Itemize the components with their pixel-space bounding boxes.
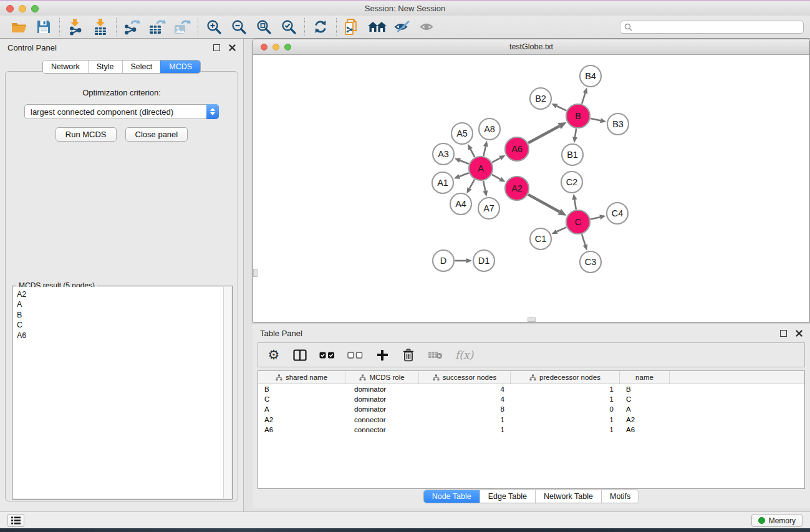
splitter-grip[interactable] — [528, 317, 536, 322]
import-network-button[interactable] — [63, 17, 88, 37]
graph-edge[interactable] — [492, 158, 500, 162]
home-icon — [367, 19, 387, 34]
mcds-result-item[interactable]: C — [17, 320, 231, 330]
graph-edge[interactable] — [483, 147, 485, 156]
zoom-out-button[interactable] — [226, 17, 251, 37]
graph-edge[interactable] — [470, 180, 475, 188]
save-session-button[interactable] — [31, 17, 56, 37]
mcds-result-item[interactable]: A6 — [17, 331, 231, 341]
eye-slash-icon — [393, 19, 411, 34]
checked-boxes-icon — [319, 352, 335, 359]
graph-edge[interactable] — [582, 93, 585, 104]
column-header[interactable]: shared name — [258, 371, 345, 384]
graph-node-label: B3 — [612, 119, 624, 129]
graph-edge[interactable] — [557, 227, 566, 231]
mcds-result-item[interactable]: A — [17, 299, 231, 309]
search-field[interactable] — [620, 21, 804, 34]
tab-mcds[interactable]: MCDS — [160, 60, 200, 73]
graph-edge[interactable] — [528, 126, 559, 143]
tab-style[interactable]: Style — [88, 60, 122, 73]
mcds-result-item[interactable]: B — [17, 310, 231, 320]
mcds-result-item[interactable]: A2 — [17, 289, 231, 299]
splitter-grip[interactable] — [253, 269, 258, 277]
network-view-window: testGlobe.txt B4B2BB3A5A8A6B1A3AA1C2A2A4… — [253, 39, 810, 322]
graph-edge[interactable] — [470, 149, 475, 157]
split-view-button[interactable] — [293, 347, 307, 363]
scrollbar-track[interactable] — [223, 287, 231, 498]
search-input[interactable] — [635, 22, 799, 31]
graph-edge-arrowhead — [454, 174, 460, 178]
column-header[interactable]: successor nodes — [419, 371, 511, 384]
tab-network[interactable]: Network — [43, 60, 88, 73]
tab-node-table[interactable]: Node Table — [424, 490, 480, 503]
mcds-tab-panel: Optimization criterion: largest connecte… — [5, 71, 238, 501]
show-panels-button[interactable] — [7, 514, 24, 527]
table-row[interactable]: Adominator80A — [258, 404, 804, 414]
select-all-columns-button[interactable] — [319, 347, 335, 363]
table-row[interactable]: A6connector11A6 — [258, 425, 804, 435]
optimization-criterion-dropdown[interactable]: largest connected component (directed) — [24, 104, 219, 119]
table-selector-tabs: Node Table Edge Table Network Table Moti… — [253, 490, 810, 503]
open-session-button[interactable] — [6, 17, 31, 37]
show-view-button[interactable] — [415, 17, 440, 37]
network-document-button[interactable] — [340, 17, 365, 37]
graph-edge[interactable] — [557, 106, 567, 110]
export-network-button[interactable] — [120, 17, 145, 37]
run-mcds-button[interactable]: Run MCDS — [55, 127, 117, 142]
graph-edge[interactable] — [492, 175, 500, 179]
memory-label: Memory — [769, 516, 796, 525]
export-image-button[interactable] — [170, 17, 195, 37]
network-graph: B4B2BB3A5A8A6B1A3AA1C2A2A4A7CC4C1C3DD1 — [253, 56, 809, 322]
save-icon — [36, 19, 51, 34]
graph-node-label: A1 — [437, 178, 448, 188]
desktop-edge — [0, 528, 810, 532]
table-row[interactable]: Bdominator41B — [258, 384, 804, 394]
tab-edge-table[interactable]: Edge Table — [480, 490, 535, 503]
network-canvas[interactable]: B4B2BB3A5A8A6B1A3AA1C2A2A4A7CC4C1C3DD1 — [253, 56, 809, 322]
close-panel-icon[interactable] — [796, 330, 803, 337]
table-row[interactable]: A2connector11A2 — [258, 415, 804, 425]
graph-node-label: B2 — [535, 94, 546, 104]
graph-edge[interactable] — [575, 128, 576, 137]
tab-motifs[interactable]: Motifs — [601, 490, 639, 503]
tab-select[interactable]: Select — [122, 60, 161, 73]
import-table-button[interactable] — [88, 17, 113, 37]
graph-node-label: C2 — [566, 177, 578, 187]
delete-columns-button[interactable] — [402, 347, 415, 363]
search-icon — [624, 23, 632, 31]
graph-edge[interactable] — [483, 181, 485, 191]
graph-edge[interactable] — [591, 217, 600, 219]
zoom-fit-button[interactable] — [251, 17, 276, 37]
float-panel-icon[interactable] — [213, 44, 220, 51]
graph-edge-arrowhead — [583, 87, 588, 94]
float-panel-icon[interactable] — [780, 330, 787, 337]
memory-button[interactable]: Memory — [751, 514, 803, 527]
graph-edge[interactable] — [528, 195, 559, 212]
deselect-all-columns-button[interactable] — [347, 347, 363, 363]
tab-network-table[interactable]: Network Table — [535, 490, 601, 503]
zoom-selected-button[interactable] — [276, 17, 301, 37]
graph-edge[interactable] — [582, 235, 585, 245]
zoom-in-button[interactable] — [201, 17, 226, 37]
export-table-button[interactable] — [145, 17, 170, 37]
control-panel: Control Panel Network Style Select MCDS … — [0, 39, 244, 511]
home-button[interactable] — [365, 17, 390, 37]
column-header[interactable]: MCDS role — [345, 371, 419, 384]
column-header[interactable]: name — [620, 371, 670, 384]
table-row[interactable]: Cdominator41C — [258, 394, 804, 404]
graph-edge[interactable] — [460, 160, 469, 163]
create-column-button[interactable] — [375, 347, 389, 363]
close-panel-icon[interactable] — [229, 44, 236, 51]
column-header[interactable]: predecessor nodes — [511, 371, 620, 384]
close-panel-button[interactable]: Close panel — [125, 127, 188, 142]
function-builder-button[interactable]: f(x) — [455, 347, 473, 363]
hide-view-button[interactable] — [390, 17, 415, 37]
refresh-button[interactable] — [308, 17, 333, 37]
graph-edge[interactable] — [591, 118, 600, 120]
graph-node-label: B4 — [585, 71, 596, 81]
graph-edge[interactable] — [574, 200, 576, 210]
network-window-titlebar[interactable]: testGlobe.txt — [253, 39, 809, 55]
table-settings-button[interactable]: ⚙ — [267, 347, 281, 363]
graph-edge[interactable] — [460, 173, 469, 177]
delete-table-button[interactable] — [428, 347, 443, 363]
